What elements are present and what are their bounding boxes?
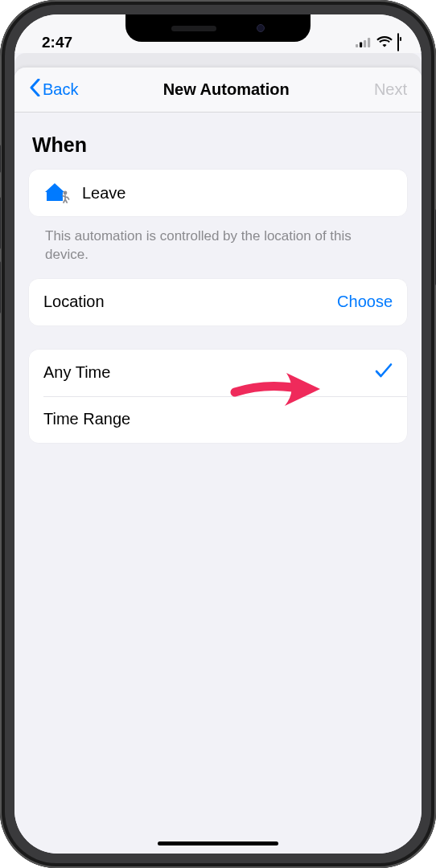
back-label: Back [43,80,78,99]
chevron-left-icon [29,79,41,100]
svg-rect-1 [360,43,362,48]
svg-point-4 [64,191,68,195]
location-label: Location [43,293,105,311]
svg-rect-3 [368,38,370,47]
battery-icon [397,34,399,51]
time-option-range[interactable]: Time Range [29,396,407,443]
navbar: Back New Automation Next [14,68,422,113]
leave-home-icon [43,181,71,205]
helper-text: This automation is controlled by the loc… [29,216,407,279]
trigger-label: Leave [82,184,126,203]
choose-location-button[interactable]: Choose [337,293,393,311]
wifi-icon [376,34,393,51]
time-options: Any Time Time Range [29,350,407,443]
svg-rect-2 [364,40,366,47]
trigger-card[interactable]: Leave [29,170,407,216]
time-option-label: Time Range [43,410,130,428]
back-button[interactable]: Back [29,79,78,100]
cell-signal-icon [356,34,372,51]
section-heading: When [32,133,404,157]
checkmark-icon [375,362,393,383]
time-option-any[interactable]: Any Time [29,350,407,396]
status-time: 2:47 [42,34,72,51]
location-row[interactable]: Location Choose [29,279,407,326]
svg-rect-0 [356,44,358,47]
home-indicator[interactable] [158,841,278,845]
next-button[interactable]: Next [374,80,407,99]
page-title: New Automation [163,80,290,99]
time-option-label: Any Time [43,363,110,382]
